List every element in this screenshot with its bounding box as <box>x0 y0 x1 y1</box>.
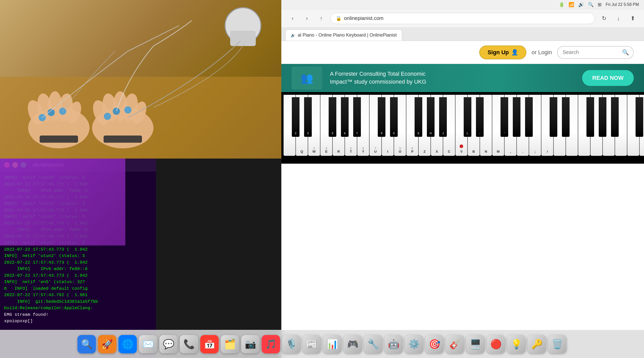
terminal-line: EMG stream found! <box>4 311 152 318</box>
dock: 🔍🚀🌐✉️💬📞📅🗂️📷🎵🎙️📰📊🎮🔧🤖⚙️🎯🎸🖥️🔴💡🔑🗑️ <box>0 330 644 358</box>
dock-item-photos[interactable]: 📷 <box>241 335 260 353</box>
terminal-line: 2022-07-22 17:57:43.792 ( 1.961 <box>4 292 152 298</box>
black-key[interactable]: 9 <box>378 97 385 137</box>
terminal-line: 2022-07-22 17:57:43.773 ( 1.942 <box>4 259 152 266</box>
dock-item-system-prefs[interactable]: ⚙️ <box>405 335 423 353</box>
svg-point-5 <box>48 91 62 121</box>
dock-item-safari[interactable]: 🌐 <box>118 335 137 353</box>
dock-item-numbers[interactable]: 📊 <box>323 335 341 353</box>
piano-area: Q2W3ER5T6Y7UI9O0PZXCVBNM,.;'/2356790SHJL… <box>281 92 644 358</box>
terminal-line: 2022-07-22 17:57:43.773 ( 1.942 <box>4 246 152 253</box>
black-key[interactable]: ' <box>501 97 508 137</box>
active-tab[interactable]: 🔊 al Piano - Online Piano Keyboard | Onl… <box>285 29 402 41</box>
or-login-text: or Login <box>531 49 552 56</box>
wifi-icon: 📶 <box>569 2 574 7</box>
dock-item-xcode[interactable]: 🔧 <box>364 335 382 353</box>
svg-point-17 <box>59 108 66 115</box>
dock-item-files[interactable]: 🗂️ <box>221 335 239 353</box>
black-key[interactable] <box>636 97 643 137</box>
battery-icon: 🔋 <box>559 2 564 7</box>
black-key[interactable]: ; <box>476 97 484 137</box>
svg-point-15 <box>39 114 46 121</box>
dock-item-keys[interactable]: 🔑 <box>528 335 546 353</box>
terminal-line: 2022-07-22 17:57:43.773 ( 1.942 <box>4 272 152 279</box>
black-key[interactable]: 5 <box>329 97 336 137</box>
svg-point-7 <box>64 100 84 126</box>
webcam-feed <box>0 0 281 159</box>
black-key[interactable] <box>586 97 594 137</box>
svg-point-16 <box>48 109 55 116</box>
black-key[interactable]: H <box>427 97 435 137</box>
dock-item-news[interactable]: 📰 <box>303 335 321 353</box>
search-input[interactable] <box>563 49 619 55</box>
forward-button[interactable]: › <box>302 13 312 24</box>
svg-point-9 <box>101 92 119 122</box>
black-key[interactable] <box>525 97 533 137</box>
svg-point-1 <box>28 107 90 148</box>
dock-item-simulator[interactable]: 🤖 <box>384 335 403 353</box>
dock-item-garageband[interactable]: 🎸 <box>446 335 464 353</box>
black-key[interactable] <box>513 97 520 137</box>
terminal-line: xpoiopxxp[] <box>4 318 152 325</box>
svg-point-19 <box>113 108 120 115</box>
terminal-line: 0 INFO] loaded default config <box>4 285 152 292</box>
terminal-line: INFO] git:5eded5c1d381a1a5f7bb <box>4 298 152 305</box>
dock-item-music[interactable]: 🎵 <box>262 335 280 353</box>
black-key[interactable]: J <box>439 97 447 137</box>
ad-text-line2: Impact™ study commissioned by UKG <box>330 78 574 86</box>
tab-speaker-icon: 🔊 <box>291 33 295 37</box>
dock-item-finder[interactable]: 🔍 <box>77 335 96 353</box>
dock-item-app[interactable]: 🎯 <box>425 335 444 353</box>
black-key[interactable]: L <box>464 97 471 137</box>
terminal-line: INFO] netif 'utun2' (status: S <box>4 253 152 259</box>
dock-item-calendar[interactable]: 📅 <box>200 335 219 353</box>
svg-rect-22 <box>230 31 256 46</box>
back-button[interactable]: ‹ <box>287 13 298 24</box>
dock-item-launchpad[interactable]: 🚀 <box>98 335 116 353</box>
keys-wrapper: Q2W3ER5T6Y7UI9O0PZXCVBNM,.;'/2356790SHJL… <box>283 95 644 156</box>
search-bar[interactable]: 🔍 <box>557 46 634 59</box>
ad-text: A Forrester Consulting Total Economic Im… <box>330 70 574 86</box>
dock-item-podcasts[interactable]: 🎙️ <box>282 335 301 353</box>
svg-point-6 <box>56 92 75 122</box>
black-key[interactable] <box>611 97 619 137</box>
piano-keyboard[interactable]: Q2W3ER5T6Y7UI9O0PZXCVBNM,.;'/2356790SHJL… <box>281 92 644 164</box>
dock-item-messages[interactable]: 💬 <box>159 335 178 353</box>
ad-cta-button[interactable]: READ NOW <box>582 70 634 86</box>
svg-point-12 <box>130 100 149 126</box>
black-key[interactable] <box>562 97 570 137</box>
black-key[interactable]: 3 <box>304 97 312 137</box>
signup-button[interactable]: Sign Up 👤 <box>479 46 526 59</box>
black-key[interactable]: S <box>415 97 422 137</box>
download-button[interactable]: ↓ <box>613 13 624 24</box>
tab-label: al Piano - Online Piano Keyboard | Onlin… <box>298 32 397 38</box>
site-header: Sign Up 👤 or Login 🔍 <box>281 41 644 64</box>
dock-item-mail[interactable]: ✉️ <box>139 335 157 353</box>
signup-label: Sign Up <box>487 49 509 56</box>
terminal-line: INFO] netif 'en5' (status: 327 <box>4 279 152 285</box>
dock-item-facetime[interactable]: 📞 <box>180 335 198 353</box>
black-key[interactable]: 6 <box>341 97 349 137</box>
black-key[interactable]: 7 <box>353 97 361 137</box>
black-key[interactable]: 0 <box>390 97 398 137</box>
magnifier-icon: 🔍 <box>588 2 594 7</box>
dock-item-activity[interactable]: 🖥️ <box>466 335 485 353</box>
share-button[interactable]: ↑ <box>316 13 326 24</box>
dock-item-record[interactable]: 🔴 <box>487 335 505 353</box>
browser-window: 🔋 📶 🔊 🔍 ⊞ Fri Jul 22 5:58 PM ‹ › ↑ 🔒 onl… <box>281 0 644 358</box>
dock-item-trash[interactable]: 🗑️ <box>548 335 567 353</box>
black-key[interactable]: 2 <box>292 97 299 137</box>
reload-button[interactable]: ↻ <box>599 13 609 24</box>
control-center-icon: ⊞ <box>598 2 602 7</box>
piano-below-area <box>281 164 644 358</box>
ad-text-line1: A Forrester Consulting Total Economic <box>330 70 574 78</box>
search-icon: 🔍 <box>622 49 629 56</box>
dock-item-idea[interactable]: 💡 <box>507 335 526 353</box>
address-bar[interactable]: 🔒 onlinepianist.com <box>330 13 595 24</box>
black-key[interactable] <box>599 97 606 137</box>
dock-item-games[interactable]: 🎮 <box>343 335 362 353</box>
terminal-line: build:Release/compiler:AppleClang- <box>4 305 152 311</box>
more-button[interactable]: ⬆ <box>628 13 638 24</box>
black-key[interactable] <box>550 97 557 137</box>
volume-icon: 🔊 <box>578 2 584 7</box>
